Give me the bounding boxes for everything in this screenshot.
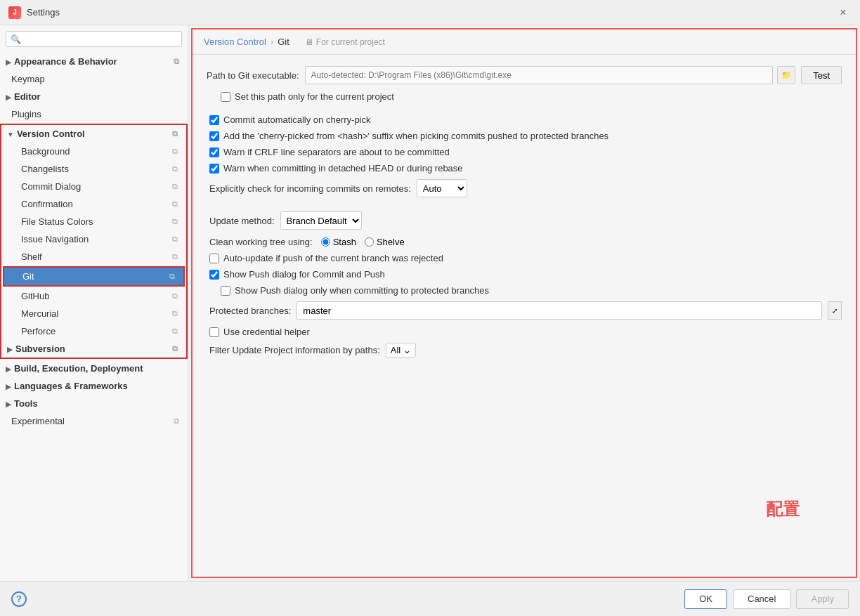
sidebar-item-experimental[interactable]: Experimental ⧉ <box>0 412 188 430</box>
sidebar-item-editor[interactable]: ▶Editor <box>0 88 188 105</box>
cb6-checkbox[interactable] <box>209 270 219 280</box>
path-input[interactable] <box>305 66 774 84</box>
test-button[interactable]: Test <box>801 66 842 84</box>
cb2-label: Add the 'cherry-picked from <hash>' suff… <box>223 131 608 141</box>
cb2-row: Add the 'cherry-picked from <hash>' suff… <box>207 131 842 141</box>
cb3-label: Warn if CRLF line separators are about t… <box>223 147 450 157</box>
window-title: Settings <box>27 7 60 18</box>
protected-branches-label: Protected branches: <box>209 306 291 316</box>
path-input-container: 📁 <box>305 66 796 84</box>
cb4-row: Warn when committing in detached HEAD or… <box>207 163 842 173</box>
search-box[interactable]: 🔍 <box>6 31 182 47</box>
sidebar-item-git[interactable]: Git ⧉ <box>3 266 185 287</box>
cb8-label: Use credential helper <box>223 327 310 337</box>
cb1-label: Commit automatically on cherry-pick <box>223 114 371 125</box>
content-body: Path to Git executable: 📁 Test Set this … <box>193 55 856 577</box>
copy-icon-svn: ⧉ <box>172 344 178 353</box>
expand-button[interactable]: ⤢ <box>828 301 842 320</box>
bottom-left: ? <box>11 591 27 607</box>
sidebar-item-languages[interactable]: ▶Languages & Frameworks <box>0 377 188 395</box>
cancel-button[interactable]: Cancel <box>733 589 790 609</box>
cb5-label: Auto-update if push of the current branc… <box>223 253 443 263</box>
stash-label: Stash <box>333 237 356 247</box>
title-bar-left: J Settings <box>8 6 60 19</box>
sidebar-item-changelists[interactable]: Changelists ⧉ <box>1 160 186 178</box>
search-input[interactable] <box>24 34 177 44</box>
sidebar-item-confirmation[interactable]: Confirmation ⧉ <box>1 195 186 213</box>
stash-option: Stash <box>321 237 356 247</box>
path-row: Path to Git executable: 📁 Test <box>207 66 842 84</box>
sidebar-item-tools[interactable]: ▶Tools <box>0 395 188 412</box>
sidebar-item-file-status[interactable]: File Status Colors ⧉ <box>1 213 186 230</box>
filter-label: Filter Update Project information by pat… <box>209 345 380 355</box>
copy-icon-git: ⧉ <box>169 272 175 281</box>
incoming-select[interactable]: Auto Always Never <box>417 179 467 197</box>
update-method-select[interactable]: Branch Default Merge Rebase <box>280 211 362 230</box>
cb1-checkbox[interactable] <box>209 115 219 125</box>
shelve-radio[interactable] <box>365 237 374 247</box>
sidebar-item-appearance[interactable]: ▶Appearance & Behavior ⧉ <box>0 53 188 70</box>
app-icon: J <box>8 6 21 19</box>
protected-branches-row: Protected branches: ⤢ <box>207 301 842 320</box>
filter-arrow-icon: ⌄ <box>403 345 411 355</box>
cb8-checkbox[interactable] <box>209 327 219 337</box>
sidebar-item-keymap[interactable]: Keymap <box>0 70 188 88</box>
sidebar-item-build[interactable]: ▶Build, Execution, Deployment <box>0 360 188 377</box>
close-button[interactable]: × <box>835 4 852 21</box>
protected-branches-input[interactable] <box>297 301 822 320</box>
sidebar-item-shelf[interactable]: Shelf ⧉ <box>1 248 186 266</box>
cb4-label: Warn when committing in detached HEAD or… <box>223 163 463 173</box>
folder-button[interactable]: 📁 <box>777 66 795 84</box>
set-path-row: Set this path only for the current proje… <box>207 91 842 102</box>
sidebar-item-issue-nav[interactable]: Issue Navigation ⧉ <box>1 230 186 248</box>
bottom-right: OK Cancel Apply <box>684 589 849 609</box>
copy-icon-cd: ⧉ <box>172 182 178 191</box>
update-method-row: Update method: Branch Default Merge Reba… <box>207 211 842 230</box>
sidebar-item-mercurial[interactable]: Mercurial ⧉ <box>1 305 186 322</box>
cb7-label: Show Push dialog only when committing to… <box>235 285 489 296</box>
copy-icon-pf: ⧉ <box>172 327 178 336</box>
breadcrumb-separator: › <box>271 37 273 47</box>
sidebar-item-commit-dialog[interactable]: Commit Dialog ⧉ <box>1 178 186 195</box>
title-bar: J Settings × <box>0 0 860 25</box>
incoming-label: Explicitly check for incoming commits on… <box>209 183 411 194</box>
apply-button[interactable]: Apply <box>796 589 849 609</box>
incoming-row: Explicitly check for incoming commits on… <box>207 179 842 197</box>
set-path-label: Set this path only for the current proje… <box>235 91 394 102</box>
filter-value: All <box>391 345 400 355</box>
cb3-checkbox[interactable] <box>209 148 219 157</box>
cb2-checkbox[interactable] <box>209 131 219 141</box>
filter-dropdown[interactable]: All ⌄ <box>386 343 416 358</box>
sidebar-item-perforce[interactable]: Perforce ⧉ <box>1 322 186 340</box>
main-content: 🔍 ▶Appearance & Behavior ⧉ Keymap ▶Edito… <box>0 25 860 581</box>
sidebar-item-subversion[interactable]: ▶Subversion ⧉ <box>1 340 186 358</box>
sidebar-item-background[interactable]: Background ⧉ <box>1 143 186 160</box>
help-button[interactable]: ? <box>11 591 27 607</box>
search-icon: 🔍 <box>11 34 21 44</box>
breadcrumb-current: Git <box>278 37 289 47</box>
copy-icon-sh: ⧉ <box>172 252 178 261</box>
sidebar-item-version-control[interactable]: ▼Version Control ⧉ <box>1 125 186 143</box>
stash-radio[interactable] <box>321 237 330 247</box>
breadcrumb-parent: Version Control <box>204 37 266 47</box>
set-path-checkbox[interactable] <box>221 92 230 102</box>
sidebar-item-github[interactable]: GitHub ⧉ <box>1 287 186 305</box>
cb5-checkbox[interactable] <box>209 254 219 263</box>
clean-label: Clean working tree using: <box>209 237 313 247</box>
cb4-checkbox[interactable] <box>209 164 219 173</box>
sidebar-item-plugins[interactable]: Plugins <box>0 105 188 123</box>
copy-icon-conf: ⧉ <box>172 199 178 209</box>
sidebar: 🔍 ▶Appearance & Behavior ⧉ Keymap ▶Edito… <box>0 25 188 581</box>
copy-icon-bg: ⧉ <box>172 147 178 156</box>
content-panel: Version Control › Git 🖥 For current proj… <box>191 28 857 578</box>
copy-icon-hg: ⧉ <box>172 309 178 318</box>
cb6-row: Show Push dialog for Commit and Push <box>207 269 842 280</box>
shelve-option: Shelve <box>365 237 405 247</box>
cb1-row: Commit automatically on cherry-pick <box>207 114 842 125</box>
cb7-checkbox[interactable] <box>221 286 230 296</box>
cb5-row: Auto-update if push of the current branc… <box>207 253 842 263</box>
shelve-label: Shelve <box>377 237 405 247</box>
ok-button[interactable]: OK <box>684 589 727 609</box>
path-label: Path to Git executable: <box>207 70 299 81</box>
cb7-row: Show Push dialog only when committing to… <box>207 285 842 296</box>
